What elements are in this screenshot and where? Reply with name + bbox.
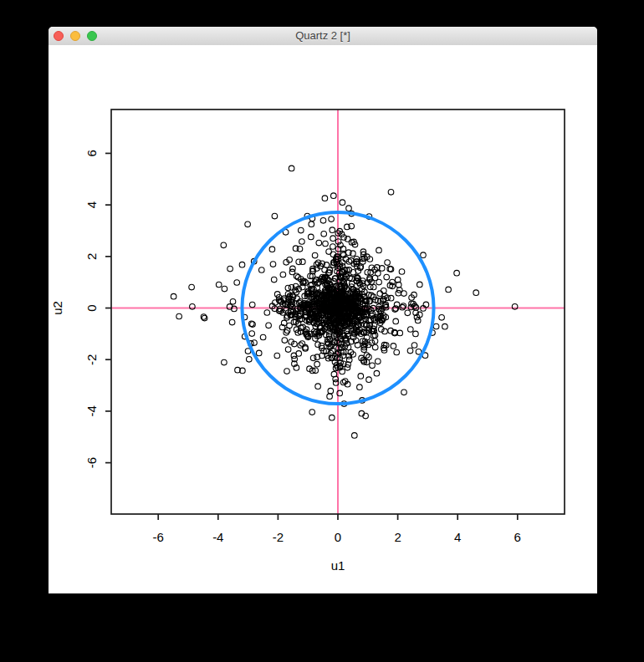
data-point xyxy=(376,247,382,253)
titlebar[interactable]: Quartz 2 [*] xyxy=(49,27,597,46)
data-point xyxy=(405,310,411,316)
data-point xyxy=(289,166,294,171)
data-point xyxy=(365,270,371,276)
y-axis-title: u2 xyxy=(50,301,64,315)
data-point xyxy=(391,344,396,349)
data-point xyxy=(252,340,258,346)
data-point xyxy=(388,295,394,301)
x-tick-label: -4 xyxy=(212,530,223,544)
data-point xyxy=(454,270,460,276)
data-point xyxy=(266,323,272,328)
y-tick-label: -4 xyxy=(84,405,99,416)
data-point xyxy=(372,275,378,281)
x-tick-label: 2 xyxy=(394,530,401,544)
data-point xyxy=(222,286,227,292)
data-point xyxy=(328,388,334,394)
x-tick-label: 4 xyxy=(454,530,461,544)
data-point xyxy=(370,363,376,369)
data-point xyxy=(433,323,439,329)
y-tick-label: 4 xyxy=(84,201,99,208)
data-point xyxy=(340,200,345,206)
x-tick-label: -6 xyxy=(153,530,164,544)
y-tick-label: 0 xyxy=(84,304,99,311)
data-point xyxy=(388,190,394,196)
data-point xyxy=(274,292,280,298)
data-point xyxy=(274,353,280,359)
x-axis-title: u1 xyxy=(331,558,345,573)
y-tick-label: -2 xyxy=(84,354,99,365)
data-layer xyxy=(111,109,565,514)
data-point xyxy=(446,287,452,293)
data-point xyxy=(221,242,227,248)
data-point xyxy=(216,282,222,288)
data-point xyxy=(315,384,321,390)
data-point xyxy=(415,318,421,323)
data-point xyxy=(393,318,399,324)
zoom-button[interactable] xyxy=(87,31,97,41)
data-point xyxy=(249,331,255,337)
data-point xyxy=(421,252,427,258)
data-point xyxy=(442,323,448,329)
data-point xyxy=(299,227,304,233)
data-point xyxy=(293,246,299,252)
data-point xyxy=(381,288,387,294)
data-point xyxy=(239,262,245,267)
data-point xyxy=(399,269,405,275)
data-point xyxy=(309,234,314,240)
data-point xyxy=(227,266,233,272)
data-point xyxy=(312,252,318,258)
quartz-window: Quartz 2 [*] -6-4-20246-6-4-20246u1u2 xyxy=(49,27,597,593)
data-point xyxy=(331,193,337,199)
x-tick-label: 6 xyxy=(514,530,521,544)
data-point xyxy=(287,323,293,328)
data-point xyxy=(222,359,227,365)
data-point xyxy=(171,293,176,299)
data-point xyxy=(323,241,329,247)
data-point xyxy=(327,394,333,400)
data-point xyxy=(285,285,291,291)
data-point xyxy=(407,348,413,354)
data-point xyxy=(330,236,336,242)
y-tick-label: 6 xyxy=(84,150,99,156)
data-point xyxy=(394,349,400,355)
data-point xyxy=(176,313,182,319)
data-point xyxy=(316,240,322,246)
data-point xyxy=(366,377,372,383)
data-point xyxy=(189,284,195,290)
data-point xyxy=(296,259,302,265)
data-point xyxy=(249,302,255,308)
data-point xyxy=(401,390,407,395)
data-point xyxy=(357,384,363,390)
data-point xyxy=(315,342,321,348)
data-point xyxy=(270,262,276,267)
data-point xyxy=(330,415,335,420)
data-point xyxy=(352,433,358,439)
data-point xyxy=(423,302,429,308)
data-point xyxy=(374,370,380,376)
close-button[interactable] xyxy=(54,31,64,41)
data-point xyxy=(397,330,403,336)
data-point xyxy=(314,361,320,367)
data-point xyxy=(330,227,335,233)
data-point xyxy=(411,343,417,349)
data-point xyxy=(385,260,391,266)
data-point xyxy=(321,232,327,237)
data-point xyxy=(299,239,305,245)
data-point xyxy=(473,290,479,296)
data-point xyxy=(271,277,277,283)
y-tick-label: 2 xyxy=(84,253,99,260)
data-point xyxy=(408,327,414,333)
data-point xyxy=(320,218,326,224)
data-point xyxy=(290,266,296,272)
window-title: Quartz 2 [*] xyxy=(295,27,350,45)
data-point xyxy=(230,299,236,305)
plot-area: -6-4-20246-6-4-20246u1u2 xyxy=(49,45,597,593)
minimize-button[interactable] xyxy=(70,31,80,41)
data-point xyxy=(280,272,286,278)
data-point xyxy=(285,347,291,353)
data-point xyxy=(350,270,356,276)
data-point xyxy=(272,213,278,219)
data-point xyxy=(259,267,265,273)
data-point xyxy=(309,410,315,415)
data-point xyxy=(264,310,270,316)
